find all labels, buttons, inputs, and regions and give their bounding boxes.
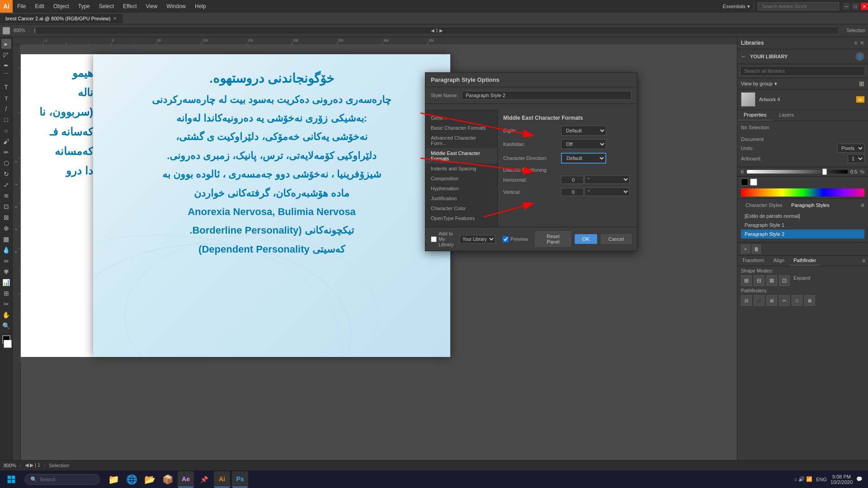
divide-button[interactable]: ⊟ <box>741 295 752 306</box>
menu-help[interactable]: Help <box>190 1 211 11</box>
exclude-button[interactable]: ⊡ <box>779 275 790 286</box>
minimize-button[interactable]: ─ <box>843 3 850 10</box>
nav-indents[interactable]: Indents and Spacing <box>425 164 497 174</box>
taskbar-ai-icon[interactable]: Ai <box>214 471 230 488</box>
close-button[interactable]: ✕ <box>861 3 868 10</box>
pen-tool[interactable]: ✒ <box>1 61 11 70</box>
intersect-button[interactable]: ⊠ <box>766 275 777 286</box>
nav-me-char[interactable]: Middle East Character Formats <box>425 148 497 164</box>
reset-panel-button[interactable]: Reset Panel <box>535 231 571 247</box>
hand-tool[interactable]: ✋ <box>1 310 11 320</box>
crop-button[interactable]: ✂ <box>779 295 790 306</box>
touch-type-tool[interactable]: ᴛ <box>1 93 11 103</box>
column-graph-tool[interactable]: 📊 <box>1 277 11 287</box>
slice-tool[interactable]: ✂ <box>1 299 11 309</box>
minus-back-button[interactable]: ⊠ <box>804 295 815 306</box>
nav-general[interactable]: Gene... <box>425 113 497 123</box>
shaper-tool[interactable]: ⬡ <box>1 158 11 168</box>
taskbar-search[interactable]: 🔍 <box>24 474 100 485</box>
trim-button[interactable]: ⬛ <box>754 295 764 306</box>
pencil-tool[interactable]: ✏ <box>1 147 11 157</box>
nav-justification[interactable]: Justification <box>425 193 497 203</box>
tab-transform[interactable]: Transform <box>737 256 769 266</box>
ellipse-tool[interactable]: ○ <box>1 126 11 136</box>
symbol-sprayer-tool[interactable]: ✾ <box>1 267 11 277</box>
taskbar-explorer-icon[interactable]: 📁 <box>105 471 122 488</box>
paragraph-styles-tab[interactable]: Paragraph Styles <box>787 201 834 210</box>
library-back-icon[interactable]: ← <box>741 53 746 60</box>
char-direction-select[interactable]: Default LTR RTL <box>561 153 606 164</box>
nav-opentype[interactable]: OpenType Features <box>425 213 497 223</box>
rotate-tool[interactable]: ↻ <box>1 169 11 179</box>
tab-properties[interactable]: Properties <box>737 110 773 121</box>
vertical-input[interactable] <box>561 188 584 196</box>
unite-button[interactable]: ⊞ <box>741 275 752 286</box>
cancel-button[interactable]: Cancel <box>601 234 632 244</box>
user-icon[interactable]: 👤 <box>855 52 864 61</box>
canvas-white[interactable]: خۆگونجاندنی دروستهوه. چارەسەری دەرونی دە… <box>93 54 450 357</box>
notification-icon[interactable]: 💬 <box>856 476 863 482</box>
taskbar-search-input[interactable] <box>40 477 94 482</box>
minus-front-button[interactable]: ⊟ <box>754 275 764 286</box>
artboard-tool[interactable]: ⊞ <box>1 288 11 298</box>
free-transform-tool[interactable]: ⊡ <box>1 202 11 211</box>
warp-tool[interactable]: ≋ <box>1 191 11 201</box>
menu-view[interactable]: View <box>142 1 162 11</box>
taskbar-edge-icon[interactable]: 🌐 <box>123 471 140 488</box>
merge-button[interactable]: ⊞ <box>766 295 777 306</box>
libraries-menu-icon[interactable]: ≡ <box>854 40 857 46</box>
library-dropdown[interactable]: Your Library <box>459 235 495 244</box>
perspective-tool[interactable]: ⊠ <box>1 212 11 222</box>
type-tool[interactable]: T <box>1 82 11 92</box>
kashidas-select[interactable]: Off On <box>561 139 606 149</box>
menu-window[interactable]: Window <box>162 1 190 11</box>
rect-tool[interactable]: □ <box>1 115 11 125</box>
taskbar-ae-icon[interactable]: Ae <box>178 471 194 488</box>
gradient-tool[interactable]: ▦ <box>1 234 11 244</box>
ok-button[interactable]: OK <box>575 234 597 244</box>
library-item[interactable]: Artwork 4 Ai <box>737 89 868 110</box>
tab-layers[interactable]: Layers <box>773 110 800 121</box>
style-name-input[interactable] <box>462 91 632 100</box>
workspace-selector[interactable]: Essentials ▾ <box>723 4 750 9</box>
taskbar-pin-icon[interactable]: 📌 <box>196 471 212 488</box>
direct-selection-tool[interactable]: ◸ <box>1 50 11 60</box>
outline-button[interactable]: □ <box>792 295 802 306</box>
start-button[interactable] <box>0 470 23 488</box>
menu-select[interactable]: Select <box>94 1 118 11</box>
taskbar-apps-icon[interactable]: 📦 <box>160 471 176 488</box>
k-slider-thumb[interactable] <box>822 169 827 175</box>
preview-checkbox[interactable] <box>503 236 509 242</box>
transform-menu-icon[interactable]: ≡ <box>859 256 868 266</box>
add-library-checkbox[interactable] <box>431 236 437 242</box>
character-styles-tab[interactable]: Character Styles <box>741 201 787 210</box>
blend-tool[interactable]: ∞ <box>1 256 11 266</box>
document-tab[interactable]: brest Cancer 2.ai @ 800% (RGB/GPU Previe… <box>0 14 123 23</box>
menu-effect[interactable]: Effect <box>118 1 141 11</box>
paragraph-style-1[interactable]: Paragraph Style 1 <box>741 221 864 230</box>
libraries-close-icon[interactable]: ✕ <box>860 40 864 46</box>
paragraph-style-2[interactable]: Paragraph Style 2 <box>741 230 864 239</box>
curvature-tool[interactable]: ⌒ <box>1 71 11 81</box>
color-gradient-bar[interactable] <box>741 188 864 197</box>
shape-builder-tool[interactable]: ⊕ <box>1 223 11 233</box>
library-search-input[interactable] <box>740 66 865 76</box>
selection-tool[interactable]: ▸ <box>1 39 11 49</box>
taskbar-files-icon[interactable]: 📂 <box>142 471 158 488</box>
nav-basic-char[interactable]: Basic Character Formats <box>425 123 497 133</box>
eyedropper-tool[interactable]: 💧 <box>1 245 11 255</box>
menu-object[interactable]: Object <box>49 1 74 11</box>
k-slider-track[interactable] <box>747 170 848 174</box>
menu-file[interactable]: File <box>13 1 30 11</box>
search-adobe-stock-input[interactable] <box>758 2 839 10</box>
delete-style-button[interactable]: 🗑 <box>752 244 761 253</box>
black-swatch[interactable] <box>741 178 748 186</box>
scale-tool[interactable]: ⤢ <box>1 180 11 190</box>
nav-composition[interactable]: Composition <box>425 174 497 183</box>
line-tool[interactable]: / <box>1 104 11 114</box>
paintbrush-tool[interactable]: 🖌 <box>1 136 11 146</box>
white-swatch[interactable] <box>750 178 757 186</box>
normal-style-item[interactable]: [Estilo de párrafo normal] <box>741 211 864 221</box>
view-by-group-label[interactable]: View by group ▾ <box>741 81 777 87</box>
horizontal-input[interactable] <box>561 176 584 184</box>
